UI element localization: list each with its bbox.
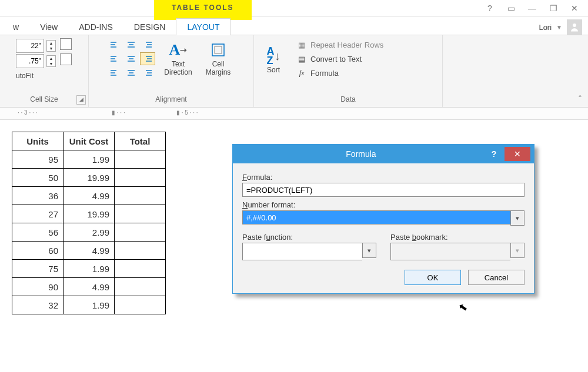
number-format-combo[interactable]: ▾: [242, 210, 524, 226]
sort-button[interactable]: AZ↓ Sort: [260, 38, 287, 80]
tab-layout[interactable]: LAYOUT: [176, 18, 230, 35]
table-cell[interactable]: 1.99: [64, 260, 115, 278]
data-table: Units Unit Cost Total 951.995019.99364.9…: [12, 132, 166, 314]
align-top-right[interactable]: [140, 38, 155, 51]
cancel-button[interactable]: Cancel: [468, 270, 524, 285]
distribute-cols-icon[interactable]: [60, 53, 72, 65]
convert-to-text-button[interactable]: ▤Convert to Text: [293, 52, 387, 66]
formula-button[interactable]: fxFormula: [293, 66, 387, 80]
dialog-titlebar[interactable]: Formula ? ✕: [233, 145, 534, 163]
group-data: AZ↓ Sort ▦Repeat Header Rows ▤Convert to…: [254, 35, 443, 107]
autofit-button[interactable]: utoFit: [16, 72, 56, 80]
ok-button[interactable]: OK: [405, 270, 461, 285]
user-menu-chevron-icon[interactable]: ▼: [556, 24, 562, 31]
table-cell[interactable]: 56: [12, 223, 64, 242]
align-bot-left[interactable]: [107, 66, 122, 79]
paste-function-label: Paste function:: [242, 233, 376, 242]
number-format-input[interactable]: [242, 210, 510, 224]
table-cell[interactable]: 95: [12, 150, 64, 169]
dialog-close-icon[interactable]: ✕: [505, 147, 530, 161]
col-width-input[interactable]: [16, 54, 44, 68]
tab-design[interactable]: DESIGN: [123, 19, 176, 35]
table-row[interactable]: 364.99: [12, 187, 166, 205]
table-cell[interactable]: 19.99: [64, 169, 115, 187]
alignment-grid: [106, 38, 156, 80]
table-cell[interactable]: [115, 242, 166, 260]
user-area[interactable]: Lori ▼: [539, 19, 588, 35]
table-row[interactable]: 562.99: [12, 223, 166, 242]
spin-down-icon[interactable]: ▼: [47, 61, 55, 66]
table-cell[interactable]: 19.99: [64, 205, 115, 223]
table-cell[interactable]: 60: [12, 242, 64, 260]
align-bot-center[interactable]: [123, 66, 139, 79]
dialog-launcher-icon[interactable]: ◢: [76, 95, 86, 105]
combo-chevron-down-icon[interactable]: ▾: [510, 210, 524, 226]
table-row[interactable]: 751.99: [12, 260, 166, 278]
ribbon-display-icon[interactable]: ▭: [501, 2, 521, 15]
spin-up-icon[interactable]: ▲: [47, 41, 55, 46]
repeat-header-rows-button[interactable]: ▦Repeat Header Rows: [293, 38, 387, 52]
table-cell[interactable]: [115, 169, 166, 187]
paste-function-combo[interactable]: ▾: [242, 243, 376, 260]
minimize-icon[interactable]: —: [522, 2, 542, 15]
table-row[interactable]: 321.99: [12, 296, 166, 314]
align-bot-right[interactable]: [140, 66, 155, 79]
table-cell[interactable]: 1.99: [64, 296, 115, 314]
table-cell[interactable]: 75: [12, 260, 64, 278]
tab-view[interactable]: View: [29, 19, 68, 35]
table-row[interactable]: 5019.99: [12, 169, 166, 187]
table-row[interactable]: 904.99: [12, 278, 166, 296]
col-header-units: Units: [12, 132, 64, 150]
table-row[interactable]: 951.99: [12, 150, 166, 169]
table-cell[interactable]: 36: [12, 187, 64, 205]
table-row[interactable]: 604.99: [12, 242, 166, 260]
formula-input[interactable]: [242, 183, 524, 197]
table-cell[interactable]: 1.99: [64, 150, 115, 169]
table-cell[interactable]: [115, 223, 166, 242]
align-top-center[interactable]: [123, 38, 139, 51]
table-cell[interactable]: 2.99: [64, 223, 115, 242]
spin-down-icon[interactable]: ▼: [47, 46, 55, 51]
table-cell[interactable]: [115, 205, 166, 223]
table-cell[interactable]: 4.99: [64, 242, 115, 260]
row-height-input[interactable]: [16, 39, 44, 53]
restore-icon[interactable]: ❐: [543, 2, 563, 15]
table-cell[interactable]: [115, 278, 166, 296]
align-mid-center[interactable]: [123, 52, 139, 65]
spin-up-icon[interactable]: ▲: [47, 56, 55, 61]
align-mid-left[interactable]: [107, 52, 122, 65]
ribbon-tabs: w View ADD-INS DESIGN LAYOUT Lori ▼: [0, 17, 588, 35]
repeat-rows-label: Repeat Header Rows: [310, 41, 383, 49]
table-cell[interactable]: 90: [12, 278, 64, 296]
align-top-left[interactable]: [107, 38, 122, 51]
table-cell[interactable]: [115, 150, 166, 169]
paste-function-input[interactable]: [242, 243, 362, 260]
distribute-rows-icon[interactable]: [60, 38, 72, 50]
avatar[interactable]: [567, 19, 582, 35]
tab-addins[interactable]: ADD-INS: [68, 19, 123, 35]
col-width-spinner[interactable]: ▲▼: [16, 54, 56, 68]
align-mid-right[interactable]: [140, 52, 155, 65]
cell-margins-button[interactable]: Cell Margins: [201, 38, 236, 76]
combo-chevron-down-icon[interactable]: ▾: [362, 243, 376, 258]
text-direction-button[interactable]: A➝ Text Direction: [161, 38, 196, 76]
table-cell[interactable]: 27: [12, 205, 64, 223]
table-cell[interactable]: 4.99: [64, 278, 115, 296]
table-cell[interactable]: 4.99: [64, 187, 115, 205]
table-cell[interactable]: [115, 260, 166, 278]
combo-chevron-down-icon: ▾: [510, 243, 524, 258]
ruler[interactable]: · · 3 · · · ▮ · · · ▮ · 5 · · ·: [0, 108, 588, 120]
dialog-help-icon[interactable]: ?: [486, 149, 502, 159]
table-cell[interactable]: [115, 296, 166, 314]
tab-partial[interactable]: w: [2, 19, 29, 35]
table-row[interactable]: 2719.99: [12, 205, 166, 223]
table-cell[interactable]: 50: [12, 169, 64, 187]
table-cell[interactable]: 32: [12, 296, 64, 314]
row-height-spinner[interactable]: ▲▼: [16, 39, 56, 53]
table-cell[interactable]: [115, 187, 166, 205]
help-icon[interactable]: ?: [480, 2, 500, 15]
paste-bookmark-combo: ▾: [390, 243, 524, 260]
convert-text-label: Convert to Text: [310, 55, 362, 63]
close-icon[interactable]: ✕: [564, 2, 584, 15]
collapse-ribbon-icon[interactable]: ˄: [578, 94, 582, 103]
